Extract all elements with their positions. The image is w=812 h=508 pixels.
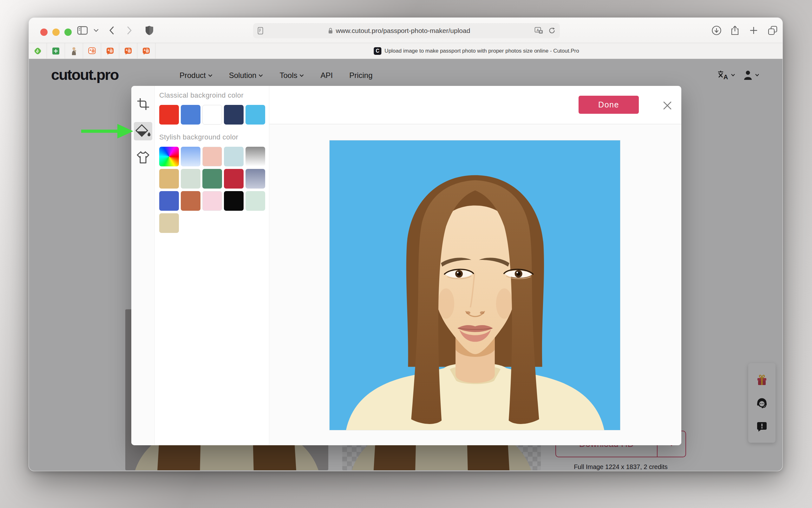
classical-section-title: Classical backgroind color [159,91,243,99]
clothes-tool-button[interactable] [134,148,152,166]
browser-window: www.cutout.pro/passport-photo-maker/uplo… [29,17,783,471]
privacy-shield-icon[interactable] [145,25,154,36]
url-text: www.cutout.pro/passport-photo-maker/uplo… [336,27,470,35]
background-fill-tool-button[interactable] [134,122,152,140]
stylish-color-swatch[interactable] [202,169,222,188]
classical-color-swatch[interactable] [181,105,200,125]
chevron-down-icon[interactable] [93,29,99,32]
reload-icon[interactable] [548,27,555,35]
pinned-tab-taobao-outline[interactable] [83,43,101,58]
page-viewport: cutout.pro Product Solution Tools API Pr… [29,59,782,471]
tool-rail [131,86,155,445]
classical-color-swatch[interactable] [202,105,222,125]
stylish-color-swatch[interactable] [245,147,265,166]
lock-icon [327,27,333,34]
stylish-section-title: Stylish background color [159,133,238,141]
active-tab[interactable]: C Upload image to make passport photo wi… [374,43,579,58]
new-tab-icon[interactable] [749,26,758,35]
back-icon[interactable] [109,26,115,35]
pinned-tab-feedly[interactable] [29,43,47,58]
stylish-color-swatch[interactable] [159,169,179,188]
forward-icon[interactable] [126,26,132,35]
pinned-tab-sheets[interactable] [47,43,65,58]
minimize-window-button[interactable] [52,29,60,36]
classical-color-swatch[interactable] [224,105,243,125]
stylish-color-grid [159,147,265,233]
pinned-tab-taobao[interactable] [101,43,119,58]
stylish-color-swatch[interactable] [181,191,200,211]
done-button[interactable]: Done [579,96,639,114]
close-modal-button[interactable] [662,100,673,111]
stylish-color-swatch[interactable] [245,169,265,188]
passport-photo-preview[interactable] [329,140,620,430]
svg-text:A: A [537,28,539,32]
classical-color-swatch[interactable] [245,105,265,125]
stylish-color-swatch[interactable] [159,213,179,233]
crop-tool-button[interactable] [134,95,152,113]
browser-toolbar: www.cutout.pro/passport-photo-maker/uplo… [29,18,782,43]
stylish-color-swatch[interactable] [245,191,265,211]
traffic-lights [40,29,72,36]
cutout-favicon: C [374,47,381,55]
tshirt-icon [136,151,150,164]
close-icon [663,101,672,110]
translate-icon[interactable]: A [535,27,543,35]
stylish-color-swatch[interactable] [224,147,243,166]
background-color-modal: Classical backgroind color Stylish backg… [131,86,681,445]
stylish-color-swatch[interactable] [181,147,200,166]
close-window-button[interactable] [40,29,48,36]
classical-color-row [159,105,265,125]
downloads-icon[interactable] [711,25,722,36]
stylish-color-swatch[interactable] [159,147,179,166]
stylish-color-swatch[interactable] [224,169,243,188]
crop-icon [137,97,150,111]
color-panel: Classical backgroind color Stylish backg… [155,86,269,445]
tab-bar: C Upload image to make passport photo wi… [29,43,782,59]
paint-bucket-icon [135,124,151,138]
pinned-tab-taobao[interactable] [137,43,155,58]
tab-overview-icon[interactable] [768,26,777,35]
tab-title: Upload image to make passport photo with… [384,48,579,54]
annotation-arrow [81,123,134,139]
sidebar-icon[interactable] [77,26,88,35]
stylish-color-swatch[interactable] [181,169,200,188]
url-bar[interactable]: www.cutout.pro/passport-photo-maker/uplo… [253,23,560,38]
photo-preview-area [269,124,681,445]
stylish-color-swatch[interactable] [159,191,179,211]
stylish-color-swatch[interactable] [224,191,243,211]
pinned-tab-figure[interactable] [65,43,83,58]
share-icon[interactable] [731,25,739,36]
reader-view-icon[interactable] [258,27,263,35]
pinned-tab-taobao[interactable] [119,43,137,58]
maximize-window-button[interactable] [65,29,72,36]
stylish-color-swatch[interactable] [202,191,222,211]
classical-color-swatch[interactable] [159,105,179,125]
stylish-color-swatch[interactable] [202,147,222,166]
